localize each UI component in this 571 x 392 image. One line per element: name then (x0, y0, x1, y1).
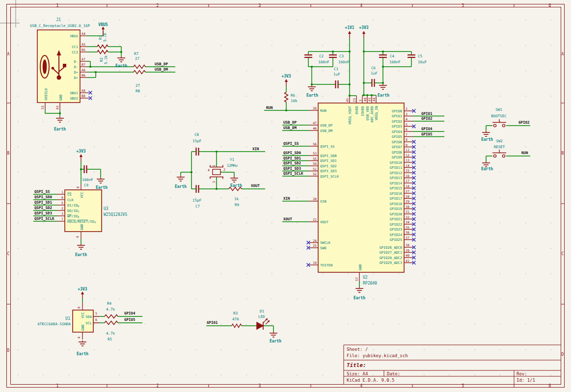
pin-name-sda: SDA (85, 315, 92, 319)
pin-name: GPIO26_ADC0 (380, 246, 402, 250)
led-d1 (257, 318, 270, 330)
power-label-3v3: +3V3 (359, 26, 368, 30)
power-arrow-icon (80, 154, 82, 161)
pin-name: USB_DP (320, 124, 332, 128)
ref-c2: C2 (319, 54, 324, 58)
resistor-icon (134, 65, 145, 69)
component-bodies[interactable] (37, 30, 506, 340)
pin-name: QSPI_SD3 (320, 169, 337, 173)
pin-name: VREG_VOUT (348, 105, 352, 125)
pin-name: GPIO11 (390, 166, 402, 170)
ref-r3: R3 (233, 311, 238, 315)
pin-name: GPIO10 (390, 161, 402, 165)
value-r9: 1k (234, 197, 239, 201)
pin-name: QSPI_SD2 (320, 164, 337, 168)
earth-label: Earth (270, 339, 281, 343)
pin-number: 40 (406, 254, 409, 258)
pin-number: 30 (406, 205, 409, 209)
net-label: QSPI_SD2 (34, 206, 52, 210)
value-u3: W25Q128JVS (104, 212, 127, 217)
ref-r8: R8 (136, 89, 140, 93)
pin-name: GPIO24 (390, 233, 402, 237)
sheet-path: Sheet: / (347, 347, 368, 352)
value-r2: 5.1k (104, 55, 108, 64)
net-label-gpio2: GPIO2 (518, 120, 530, 125)
pin-name: RUN (320, 109, 326, 113)
pin-number: 2 (406, 107, 408, 111)
pin-name: IOVDD (361, 106, 365, 116)
pin-name: GPIO12 (390, 171, 402, 175)
paper-size: Size: A4 (347, 371, 368, 376)
pin-number: 57 (355, 277, 359, 281)
pin-name: VBUS (70, 34, 78, 38)
junction-dot (382, 82, 384, 84)
ref-sw1: SW1 (495, 107, 502, 112)
value-r1: 5.1k (103, 32, 107, 42)
value-c7: 15pF (192, 198, 202, 203)
value-c6: 1uF (371, 71, 378, 76)
ref-c1: C1 (334, 67, 338, 71)
text-labels: VBUS +1V1 +3V3 +3V3 +3V3 +3V3 Earth Eart… (30, 18, 530, 356)
net-label: GPIO5 (421, 132, 433, 136)
resistor-icon (285, 92, 288, 102)
pin-number: 18 (406, 184, 409, 188)
net-label: USB_DM (283, 126, 297, 130)
pin-name: QSPI_SS (320, 145, 335, 149)
pin-number: 17 (406, 179, 409, 183)
pin-name-gnd: GND (80, 224, 84, 230)
pin-number: 1 (61, 190, 63, 194)
net-label: QSPI_SD0 (283, 151, 301, 155)
power-arrow-icon (348, 31, 351, 38)
pin-number: 4 (406, 117, 408, 121)
generated-symbols[interactable] (56, 26, 490, 346)
pin-number: A8 (82, 89, 85, 93)
pin-name: USB_VDD (366, 106, 370, 121)
power-label-3v3: +3V3 (281, 74, 291, 78)
pin-number: 41 (406, 259, 409, 263)
pin-number: 43 (368, 98, 372, 102)
value-c2: 100nF (318, 60, 329, 64)
junction-dot (349, 51, 351, 52)
pin-number: 12 (406, 154, 409, 157)
title-block: Sheet: / File: yubikey.kicad_sch Title: … (344, 345, 561, 385)
pin-name: CS (67, 193, 71, 197)
pin-number: 1 (212, 165, 216, 167)
junction-dot (190, 171, 192, 173)
value-u1: ATECC608A-SSHDA (37, 322, 71, 326)
net-label-usb-dm: USB_DM (155, 67, 168, 72)
svg-text:6: 6 (549, 384, 551, 388)
ref-c9: C9 (84, 183, 88, 187)
svg-text:5: 5 (462, 3, 464, 8)
schematic-canvas[interactable]: 1 2 3 4 5 6 1 2 3 4 5 6 A B C D A B C D … (0, 0, 571, 392)
pin-number: 5 (406, 123, 408, 127)
svg-text:1: 1 (56, 3, 59, 8)
earth-ground-icon (482, 161, 490, 167)
value-r4: 4.7k (106, 307, 115, 312)
pin-number: 2 (61, 207, 63, 210)
pin-number: 23 (353, 98, 356, 102)
net-label-run: RUN (266, 105, 273, 110)
pin-name: VREG_IN (375, 106, 379, 121)
rev-label: Rev: (517, 371, 527, 376)
pin-name: GPIO6 (392, 140, 402, 144)
value-c9: 100nF (82, 178, 93, 182)
earth-ground-icon (379, 84, 387, 89)
pin-number: 4 (77, 337, 81, 339)
switch-sw2 (492, 150, 506, 157)
pin-number: 54 (313, 162, 317, 166)
ref-r9: R9 (235, 203, 239, 207)
net-label: QSPI_SD2 (283, 161, 301, 165)
earth-label: Earth (115, 64, 127, 68)
junction-dot (366, 94, 368, 96)
value-r5: 4.7k (106, 331, 115, 336)
ref-c4: C4 (390, 54, 395, 58)
value-u2: RP2040 (363, 281, 377, 286)
power-arrow-icon (81, 291, 84, 299)
pin-name: GPIO29_ADC3 (380, 261, 402, 265)
pin-name: XOUT (320, 220, 329, 224)
pin-number: 55 (313, 157, 317, 161)
pin-number: A7 (82, 57, 85, 61)
earth-ground-icon (230, 177, 238, 182)
earth-ground-icon (79, 340, 86, 346)
title-label: Title: (347, 362, 366, 368)
